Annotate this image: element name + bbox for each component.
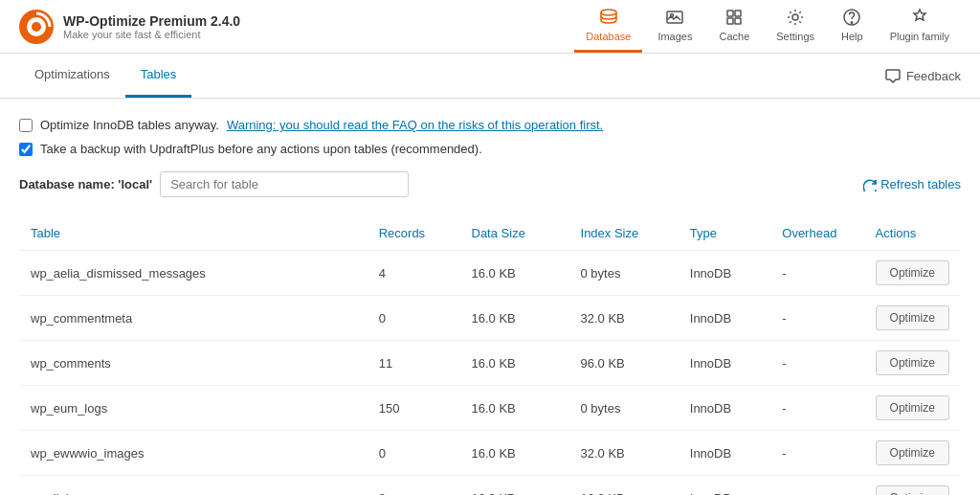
cell-records: 11 bbox=[368, 341, 460, 386]
nav-item-plugin-family[interactable]: Plugin family bbox=[879, 0, 961, 53]
nav-item-settings[interactable]: Settings bbox=[765, 0, 826, 53]
cell-type: InnoDB bbox=[679, 476, 770, 496]
nav-icons: Database Images Cache bbox=[574, 0, 961, 53]
table-row: wp_commentmeta 0 16.0 KB 32.0 KB InnoDB … bbox=[19, 296, 961, 341]
tab-tables[interactable]: Tables bbox=[125, 54, 192, 98]
cell-actions: Optimize bbox=[864, 341, 961, 386]
feedback-icon bbox=[885, 68, 901, 83]
nav-item-help[interactable]: Help bbox=[830, 0, 875, 53]
header: WP-Optimize Premium 2.4.0 Make your site… bbox=[0, 0, 980, 54]
col-header-table[interactable]: Table bbox=[19, 216, 368, 251]
optimize-button[interactable]: Optimize bbox=[876, 350, 949, 375]
cell-type: InnoDB bbox=[679, 431, 770, 476]
col-header-actions: Actions bbox=[864, 216, 961, 251]
logo-text: WP-Optimize Premium 2.4.0 Make your site… bbox=[63, 13, 240, 40]
cell-index-size: 96.0 KB bbox=[569, 341, 679, 386]
table-body: wp_aelia_dismissed_messages 4 16.0 KB 0 … bbox=[19, 251, 961, 496]
cell-data-size: 16.0 KB bbox=[460, 296, 569, 341]
table-search-input[interactable] bbox=[160, 171, 409, 197]
cell-actions: Optimize bbox=[864, 251, 961, 296]
svg-rect-7 bbox=[735, 11, 741, 16]
options-section: Optimize InnoDB tables anyway. Warning: … bbox=[19, 118, 961, 156]
svg-point-3 bbox=[601, 10, 616, 15]
nav-help-label: Help bbox=[841, 31, 863, 42]
backup-checkbox[interactable] bbox=[19, 143, 33, 156]
innodb-faq-link[interactable]: Warning: you should read the FAQ on the … bbox=[227, 118, 603, 132]
cell-actions: Optimize bbox=[864, 386, 961, 431]
col-header-data-size[interactable]: Data Size bbox=[460, 216, 569, 251]
tables-table: Table Records Data Size Index Size Type … bbox=[19, 216, 961, 495]
cell-table-name: wp_eum_logs bbox=[19, 386, 368, 431]
innodb-checkbox[interactable] bbox=[19, 119, 33, 132]
cell-records: 0 bbox=[368, 476, 460, 496]
col-header-type[interactable]: Type bbox=[679, 216, 770, 251]
table-header: Table Records Data Size Index Size Type … bbox=[19, 216, 961, 251]
optimize-button[interactable]: Optimize bbox=[876, 440, 949, 465]
cell-data-size: 16.0 KB bbox=[460, 431, 569, 476]
cache-icon bbox=[724, 8, 744, 27]
cell-records: 150 bbox=[368, 386, 460, 431]
optimize-button[interactable]: Optimize bbox=[876, 305, 949, 330]
db-search-bar: Database name: 'local' Refresh tables bbox=[19, 171, 961, 197]
cell-records: 0 bbox=[368, 431, 460, 476]
database-icon bbox=[599, 8, 618, 27]
svg-rect-9 bbox=[735, 18, 741, 24]
cell-overhead: - bbox=[770, 476, 863, 496]
tab-optimizations[interactable]: Optimizations bbox=[19, 54, 125, 98]
cell-type: InnoDB bbox=[679, 386, 770, 431]
cell-overhead: - bbox=[770, 431, 863, 476]
images-icon bbox=[665, 8, 684, 27]
cell-overhead: - bbox=[770, 386, 863, 431]
innodb-label: Optimize InnoDB tables anyway. bbox=[40, 118, 219, 132]
cell-overhead: - bbox=[770, 251, 863, 296]
tagline: Make your site fast & efficient bbox=[63, 29, 240, 40]
tabs: Optimizations Tables bbox=[19, 54, 191, 98]
cell-overhead: - bbox=[770, 341, 863, 386]
table-row: wp_aelia_dismissed_messages 4 16.0 KB 0 … bbox=[19, 251, 961, 296]
backup-option-row: Take a backup with UpdraftPlus before an… bbox=[19, 142, 961, 156]
cell-records: 0 bbox=[368, 296, 460, 341]
optimize-button[interactable]: Optimize bbox=[876, 260, 949, 285]
col-header-index-size[interactable]: Index Size bbox=[569, 216, 679, 251]
table-row: wp_ewwwio_images 0 16.0 KB 32.0 KB InnoD… bbox=[19, 431, 961, 476]
cell-type: InnoDB bbox=[679, 251, 770, 296]
nav-database-label: Database bbox=[586, 31, 631, 42]
cell-table-name: wp_ewwwio_images bbox=[19, 431, 368, 476]
table-row: wp_links 0 16.0 KB 16.0 KB InnoDB - Opti… bbox=[19, 476, 961, 496]
cell-index-size: 16.0 KB bbox=[569, 476, 679, 496]
cell-table-name: wp_comments bbox=[19, 341, 368, 386]
cell-index-size: 32.0 KB bbox=[569, 296, 679, 341]
logo-icon bbox=[19, 10, 54, 44]
feedback-label: Feedback bbox=[906, 69, 961, 83]
cell-overhead: - bbox=[770, 296, 863, 341]
nav-plugin-family-label: Plugin family bbox=[890, 31, 949, 42]
nav-settings-label: Settings bbox=[776, 31, 814, 42]
cell-table-name: wp_links bbox=[19, 476, 368, 496]
optimize-button[interactable]: Optimize bbox=[876, 395, 949, 420]
innodb-option-row: Optimize InnoDB tables anyway. Warning: … bbox=[19, 118, 961, 132]
svg-point-12 bbox=[852, 22, 854, 24]
cell-data-size: 16.0 KB bbox=[460, 386, 569, 431]
cell-data-size: 16.0 KB bbox=[460, 476, 569, 496]
feedback-button[interactable]: Feedback bbox=[885, 60, 961, 91]
cell-data-size: 16.0 KB bbox=[460, 251, 569, 296]
cell-type: InnoDB bbox=[679, 341, 770, 386]
cell-index-size: 0 bytes bbox=[569, 251, 679, 296]
refresh-tables-button[interactable]: Refresh tables bbox=[863, 177, 961, 191]
backup-label: Take a backup with UpdraftPlus before an… bbox=[40, 142, 482, 156]
col-header-records[interactable]: Records bbox=[368, 216, 460, 251]
nav-item-images[interactable]: Images bbox=[646, 0, 703, 53]
nav-images-label: Images bbox=[657, 31, 692, 42]
nav-item-database[interactable]: Database bbox=[574, 0, 642, 53]
table-row: wp_comments 11 16.0 KB 96.0 KB InnoDB - … bbox=[19, 341, 961, 386]
refresh-tables-label: Refresh tables bbox=[880, 177, 961, 191]
table-header-row: Table Records Data Size Index Size Type … bbox=[19, 216, 961, 251]
nav-item-cache[interactable]: Cache bbox=[707, 0, 761, 53]
optimize-button[interactable]: Optimize bbox=[876, 485, 949, 495]
cell-actions: Optimize bbox=[864, 476, 961, 496]
col-header-overhead[interactable]: Overhead bbox=[770, 216, 863, 251]
cell-index-size: 0 bytes bbox=[569, 386, 679, 431]
app-name: WP-Optimize Premium 2.4.0 bbox=[63, 13, 240, 29]
tabs-bar: Optimizations Tables Feedback bbox=[0, 54, 980, 99]
cell-table-name: wp_aelia_dismissed_messages bbox=[19, 251, 368, 296]
